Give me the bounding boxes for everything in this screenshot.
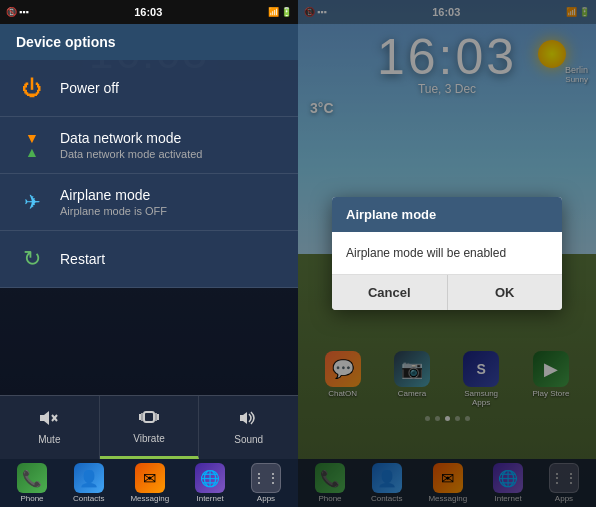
dialog-title: Airplane mode [332, 197, 562, 232]
vibrate-button[interactable]: Vibrate [100, 396, 200, 459]
apps-label-left: Apps [257, 494, 275, 503]
airplane-mode-subtitle: Airplane mode is OFF [60, 205, 282, 217]
airplane-icon: ✈ [16, 186, 48, 218]
dock-messaging-left[interactable]: ✉ Messaging [130, 463, 169, 503]
contacts-label-left: Contacts [73, 494, 105, 503]
contacts-icon-left: 👤 [74, 463, 104, 493]
internet-icon-left: 🌐 [195, 463, 225, 493]
svg-rect-2 [144, 412, 154, 422]
restart-text: Restart [60, 251, 282, 267]
power-icon: ⏻ [16, 72, 48, 104]
left-panel: 📵 ▪▪▪ 16:03 📶 🔋 16:03 Device options ⏻ P… [0, 0, 298, 507]
restart-title: Restart [60, 251, 282, 267]
dialog-body: Airplane mode will be enabled [332, 232, 562, 274]
dock-internet-left[interactable]: 🌐 Internet [195, 463, 225, 503]
dock-phone-left[interactable]: 📞 Phone [17, 463, 47, 503]
restart-icon: ↻ [16, 243, 48, 275]
dialog-overlay: Airplane mode Airplane mode will be enab… [298, 0, 596, 507]
sound-label: Sound [234, 434, 263, 445]
right-status-icons: 📶 🔋 [268, 7, 292, 17]
dialog-cancel-button[interactable]: Cancel [332, 275, 448, 310]
data-network-subtitle: Data network mode activated [60, 148, 282, 160]
dock-apps-left[interactable]: ⋮⋮ Apps [251, 463, 281, 503]
menu-item-restart[interactable]: ↻ Restart [0, 231, 298, 288]
left-dock: 📞 Phone 👤 Contacts ✉ Messaging 🌐 Interne… [0, 459, 298, 507]
mute-button[interactable]: Mute [0, 396, 100, 459]
phone-icon-left: 📞 [17, 463, 47, 493]
messaging-label-left: Messaging [130, 494, 169, 503]
device-options-title: Device options [0, 24, 298, 60]
mute-label: Mute [38, 434, 60, 445]
data-network-text: Data network mode Data network mode acti… [60, 130, 282, 160]
data-network-icon: ▼ ▲ [16, 129, 48, 161]
internet-label-left: Internet [196, 494, 223, 503]
notification-icon: 📵 [6, 7, 17, 17]
menu-item-data-network[interactable]: ▼ ▲ Data network mode Data network mode … [0, 117, 298, 174]
wifi-icon: 📶 [268, 7, 279, 17]
airplane-mode-text: Airplane mode Airplane mode is OFF [60, 187, 282, 217]
dialog-ok-button[interactable]: OK [448, 275, 563, 310]
dock-contacts-left[interactable]: 👤 Contacts [73, 463, 105, 503]
mute-icon [39, 410, 59, 431]
dialog-buttons: Cancel OK [332, 274, 562, 310]
left-status-icons: 📵 ▪▪▪ [6, 7, 29, 17]
menu-item-airplane-mode[interactable]: ✈ Airplane mode Airplane mode is OFF [0, 174, 298, 231]
left-status-bar: 📵 ▪▪▪ 16:03 📶 🔋 [0, 0, 298, 24]
vibrate-label: Vibrate [133, 433, 165, 444]
phone-label-left: Phone [20, 494, 43, 503]
airplane-dialog: Airplane mode Airplane mode will be enab… [332, 197, 562, 310]
power-off-title: Power off [60, 80, 282, 96]
data-network-title: Data network mode [60, 130, 282, 146]
sound-button[interactable]: Sound [199, 396, 298, 459]
vibrate-icon [139, 409, 159, 430]
menu-item-power-off[interactable]: ⏻ Power off [0, 60, 298, 117]
signal-bars: ▪▪▪ [19, 7, 29, 17]
messaging-icon-left: ✉ [135, 463, 165, 493]
sound-bar: Mute Vibrate Sou [0, 395, 298, 459]
airplane-mode-title: Airplane mode [60, 187, 282, 203]
sound-icon [239, 410, 259, 431]
right-panel: 📵 ▪▪▪ 16:03 📶 🔋 16:03 Tue, 3 Dec 3°C Ber… [298, 0, 596, 507]
power-off-text: Power off [60, 80, 282, 96]
apps-icon-left: ⋮⋮ [251, 463, 281, 493]
left-clock: 16:03 [134, 6, 162, 18]
battery-icon: 🔋 [281, 7, 292, 17]
